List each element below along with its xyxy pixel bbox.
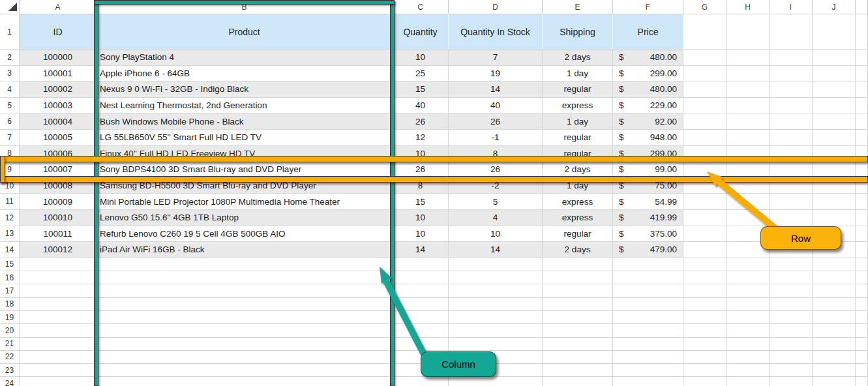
row-number-13[interactable]: 13 (0, 226, 20, 243)
cell-empty[interactable] (813, 298, 856, 311)
cell-empty[interactable] (543, 298, 613, 311)
cell-F14[interactable]: $479.00 (613, 242, 683, 258)
cell-empty[interactable] (726, 298, 770, 311)
cell-empty[interactable] (613, 271, 683, 284)
cell-C7[interactable]: 12 (393, 130, 449, 146)
cell-empty[interactable] (393, 338, 449, 351)
cell-E12[interactable]: express (543, 210, 613, 226)
cell-empty[interactable] (856, 271, 868, 284)
cell-D3[interactable]: 19 (449, 66, 543, 82)
cell-empty[interactable] (770, 194, 813, 210)
cell-empty[interactable] (770, 364, 813, 377)
cell-empty[interactable] (449, 311, 543, 324)
cell-empty[interactable] (813, 50, 856, 66)
cell-empty[interactable] (770, 284, 813, 297)
cell-D4[interactable]: 14 (449, 82, 543, 98)
cell-empty[interactable] (856, 194, 868, 210)
cell-A14[interactable]: 100012 (20, 242, 97, 258)
row-number-18[interactable]: 18 (0, 298, 20, 311)
cell-empty[interactable] (449, 377, 543, 386)
cell-empty[interactable] (726, 284, 770, 297)
cell-A7[interactable]: 100005 (20, 130, 97, 146)
cell-empty[interactable] (613, 351, 683, 364)
cell-empty[interactable] (449, 258, 543, 271)
cell-empty[interactable] (856, 364, 868, 377)
cell-empty[interactable] (726, 351, 770, 364)
cell-empty[interactable] (813, 284, 856, 297)
cell-empty[interactable] (393, 311, 449, 324)
cell-empty[interactable] (683, 130, 726, 146)
cell-F7[interactable]: $948.00 (613, 130, 683, 146)
cell-empty[interactable] (856, 66, 868, 82)
cell-empty[interactable] (393, 377, 449, 386)
cell-empty[interactable] (683, 50, 726, 66)
cell-empty[interactable] (449, 298, 543, 311)
cell-empty[interactable] (393, 324, 449, 337)
cell-empty[interactable] (393, 284, 449, 297)
cell-B2[interactable]: Sony PlayStation 4 (97, 50, 393, 66)
column-header-G[interactable]: G (683, 0, 726, 14)
cell-empty[interactable] (770, 311, 813, 324)
cell-empty[interactable] (856, 98, 868, 114)
cell-C12[interactable]: 10 (393, 210, 449, 226)
cell-empty[interactable] (97, 324, 393, 337)
row-number-20[interactable]: 20 (0, 324, 20, 337)
cell-B12[interactable]: Lenovo G50 15.6'' 4GB 1TB Laptop (97, 210, 393, 226)
select-all-button[interactable] (0, 0, 20, 14)
cell-empty[interactable] (97, 338, 393, 351)
column-header-C[interactable]: C (393, 0, 449, 14)
cell-empty[interactable] (683, 364, 726, 377)
cell-C5[interactable]: 40 (393, 98, 449, 114)
cell-F6[interactable]: $92.00 (613, 113, 683, 130)
cell-empty[interactable] (856, 284, 868, 297)
cell-empty[interactable] (726, 324, 770, 337)
table-header-price[interactable]: Price (613, 14, 683, 50)
row-number-2[interactable]: 2 (0, 50, 20, 66)
cell-C4[interactable]: 15 (393, 82, 449, 98)
cell-A2[interactable]: 100000 (20, 50, 97, 66)
table-header-product[interactable]: Product (97, 14, 393, 50)
cell-empty[interactable] (613, 311, 683, 324)
cell-D13[interactable]: 10 (449, 226, 543, 243)
cell-empty[interactable] (856, 298, 868, 311)
cell-empty[interactable] (449, 271, 543, 284)
cell-E5[interactable]: express (543, 98, 613, 114)
cell-A11[interactable]: 100009 (20, 194, 97, 210)
cell-E14[interactable]: 2 days (543, 242, 613, 258)
cell-empty[interactable] (726, 311, 770, 324)
cell-F4[interactable]: $480.00 (613, 82, 683, 98)
cell-empty[interactable] (683, 298, 726, 311)
cell-empty[interactable] (683, 14, 726, 50)
cell-empty[interactable] (726, 66, 770, 82)
cell-empty[interactable] (393, 298, 449, 311)
cell-E11[interactable]: express (543, 194, 613, 210)
cell-empty[interactable] (770, 351, 813, 364)
cell-empty[interactable] (449, 324, 543, 337)
cell-empty[interactable] (449, 284, 543, 297)
cell-D5[interactable]: 40 (449, 98, 543, 114)
cell-empty[interactable] (543, 258, 613, 271)
row-number-19[interactable]: 19 (0, 311, 20, 324)
cell-E2[interactable]: 2 days (543, 50, 613, 66)
row-number-3[interactable]: 3 (0, 66, 20, 82)
column-header-A[interactable]: A (20, 0, 97, 14)
cell-A6[interactable]: 100004 (20, 113, 97, 130)
table-header-id[interactable]: ID (20, 14, 97, 50)
column-header-I[interactable]: I (770, 0, 813, 14)
cell-empty[interactable] (856, 311, 868, 324)
cell-empty[interactable] (856, 338, 868, 351)
cell-empty[interactable] (856, 226, 868, 243)
cell-D2[interactable]: 7 (449, 50, 543, 66)
cell-E7[interactable]: regular (543, 130, 613, 146)
cell-empty[interactable] (770, 14, 813, 50)
cell-empty[interactable] (683, 98, 726, 114)
cell-empty[interactable] (543, 271, 613, 284)
table-header-quantity[interactable]: Quantity (393, 14, 449, 50)
cell-empty[interactable] (813, 210, 856, 226)
cell-D12[interactable]: 4 (449, 210, 543, 226)
row-number-7[interactable]: 7 (0, 130, 20, 146)
cell-empty[interactable] (813, 194, 856, 210)
cell-empty[interactable] (726, 82, 770, 98)
cell-C13[interactable]: 10 (393, 226, 449, 243)
table-header-quantity_in_stock[interactable]: Quantity In Stock (449, 14, 543, 50)
